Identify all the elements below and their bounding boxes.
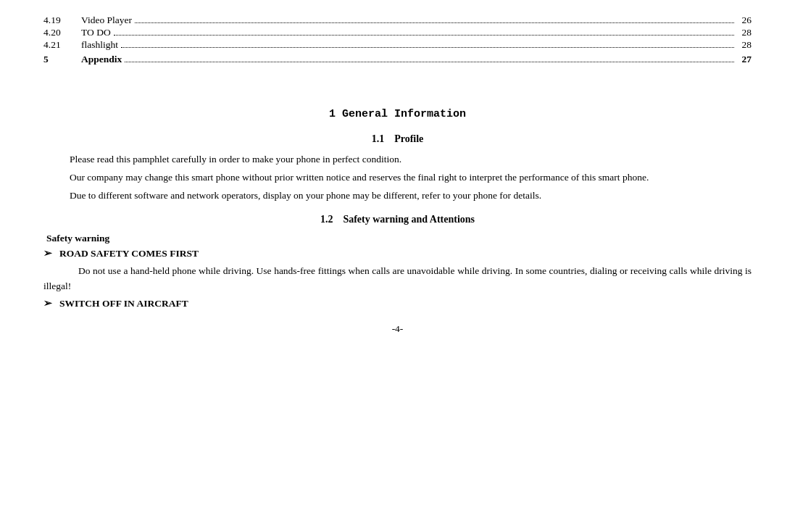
toc-section: 4.19 Video Player 26 4.20 TO DO 28 4.21 …	[43, 14, 752, 65]
bullet-arrow-2: ➢	[43, 297, 57, 309]
bullet-title-2: SWITCH OFF IN AIRCRAFT	[59, 297, 188, 311]
subsection-12-num: 1.2	[320, 214, 333, 225]
toc-page-420: 28	[737, 27, 752, 38]
toc-dots-421	[121, 47, 734, 48]
toc-entry-420: 4.20 TO DO 28	[43, 27, 752, 38]
bullet-arrow-1: ➢	[43, 247, 57, 259]
toc-title-5: Appendix	[81, 54, 122, 65]
subsection-11-heading: 1.1 Profile	[43, 133, 752, 145]
subsection-11-num: 1.1	[372, 133, 385, 144]
toc-page-419: 26	[737, 14, 752, 26]
profile-para-2: Our company may change this smart phone …	[43, 170, 752, 186]
profile-para-1: Please read this pamphlet carefully in o…	[43, 152, 752, 167]
toc-title-420: TO DO	[81, 27, 111, 38]
toc-page-5: 27	[737, 54, 752, 65]
subsection-11-title: Profile	[394, 133, 423, 144]
subsection-12-heading: 1.2 Safety warning and Attentions	[43, 214, 752, 225]
spacer	[43, 66, 752, 86]
section-main-heading: 1 General Information	[43, 108, 752, 120]
toc-entry-419: 4.19 Video Player 26	[43, 14, 752, 26]
toc-entry-5: 5 Appendix 27	[43, 54, 752, 65]
toc-entry-421: 4.21 flashlight 28	[43, 39, 752, 51]
page-number: -4-	[43, 323, 752, 335]
profile-para-3: Due to different software and network op…	[43, 188, 752, 204]
toc-num-5: 5	[43, 54, 81, 65]
safety-warning-label: Safety warning	[46, 233, 752, 244]
toc-dots-5	[125, 62, 734, 62]
toc-num-420: 4.20	[43, 27, 81, 38]
bullet-body-1: Do not use a hand-held phone while drivi…	[43, 264, 752, 294]
toc-num-421: 4.21	[43, 39, 81, 51]
toc-num-419: 4.19	[43, 14, 81, 26]
toc-title-419: Video Player	[81, 14, 132, 26]
toc-dots-420	[114, 35, 734, 36]
bullet-road-safety: ➢ ROAD SAFETY COMES FIRST	[43, 247, 752, 261]
toc-title-421: flashlight	[81, 39, 118, 51]
subsection-12-title: Safety warning and Attentions	[343, 214, 475, 225]
bullet-title-1: ROAD SAFETY COMES FIRST	[59, 247, 199, 261]
bullet-switch-off: ➢ SWITCH OFF IN AIRCRAFT	[43, 297, 752, 311]
toc-dots-419	[135, 22, 734, 23]
toc-page-421: 28	[737, 39, 752, 51]
